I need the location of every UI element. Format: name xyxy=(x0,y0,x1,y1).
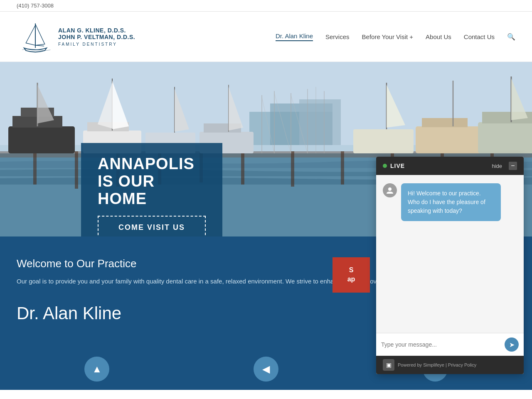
svg-rect-6 xyxy=(299,99,341,145)
top-bar: (410) 757-3008 xyxy=(0,0,532,12)
nav-item-before-visit[interactable]: Before Your Visit + xyxy=(362,33,414,40)
logo-name2: JOHN P. VELTMAN, D.D.S. xyxy=(58,34,135,40)
chat-header: LIVE hide − xyxy=(376,157,524,175)
chat-hide-button[interactable]: hide xyxy=(492,163,502,169)
live-indicator xyxy=(383,164,387,168)
chat-messages: Hi! Welcome to our practice. Who do I ha… xyxy=(376,175,524,333)
live-label: LIVE xyxy=(390,163,488,169)
chat-bubble: Hi! Welcome to our practice. Who do I ha… xyxy=(401,183,501,221)
nav-item-dr-kline[interactable]: Dr. Alan Kline xyxy=(276,32,313,41)
nav-item-about[interactable]: About Us xyxy=(426,33,451,40)
svg-rect-11 xyxy=(75,151,78,189)
nav-item-contact[interactable]: Contact Us xyxy=(464,33,495,40)
main-nav: Dr. Alan Kline Services Before Your Visi… xyxy=(276,32,515,41)
search-icon[interactable]: 🔍 xyxy=(507,33,515,41)
schedule-text: Sap xyxy=(340,266,362,284)
icon-circle-1[interactable]: ▲ xyxy=(84,357,109,382)
svg-rect-17 xyxy=(341,151,344,185)
svg-rect-35 xyxy=(416,126,482,153)
chat-input[interactable] xyxy=(381,341,501,348)
logo-name1: ALAN G. KLINE, D.D.S. xyxy=(58,27,135,34)
svg-rect-36 xyxy=(422,118,468,127)
hero-cta-button[interactable]: COME VISIT US xyxy=(98,216,206,236)
hero-heading: ANNAPOLIS IS OUR HOME xyxy=(98,155,206,207)
chat-avatar xyxy=(383,183,397,197)
chat-send-button[interactable]: ➤ xyxy=(505,337,519,352)
svg-line-1 xyxy=(35,45,44,46)
chat-message-row: Hi! Welcome to our practice. Who do I ha… xyxy=(383,183,517,221)
svg-rect-16 xyxy=(291,151,294,187)
logo-area: ALAN G. KLINE, D.D.S. JOHN P. VELTMAN, D… xyxy=(17,16,135,57)
chat-footer-logo: ▣ xyxy=(383,359,394,371)
chat-widget: LIVE hide − Hi! Welcome to our practice.… xyxy=(376,157,524,374)
avatar-icon xyxy=(386,186,394,195)
svg-rect-21 xyxy=(8,126,75,153)
logo-subtitle: FAMILY DENTISTRY xyxy=(58,42,135,47)
logo-text: ALAN G. KLINE, D.D.S. JOHN P. VELTMAN, D… xyxy=(58,27,135,47)
svg-rect-15 xyxy=(241,151,244,185)
chat-minimize-button[interactable]: − xyxy=(509,162,517,170)
svg-rect-10 xyxy=(33,151,37,185)
svg-point-50 xyxy=(388,187,392,191)
header: ALAN G. KLINE, D.D.S. JOHN P. VELTMAN, D… xyxy=(0,12,532,62)
phone-number: (410) 757-3008 xyxy=(17,2,54,9)
schedule-button[interactable]: Sap xyxy=(332,257,370,293)
chat-footer: ▣ Powered by Simplifeye | Privacy Policy xyxy=(376,356,524,374)
svg-rect-33 xyxy=(353,129,414,153)
hero-overlay: ANNAPOLIS IS OUR HOME COME VISIT US xyxy=(81,143,222,236)
logo-icon xyxy=(17,16,54,57)
svg-rect-38 xyxy=(478,122,532,153)
chat-input-area: ➤ xyxy=(376,333,524,356)
send-arrow-icon: ➤ xyxy=(509,341,515,349)
chat-footer-text: Powered by Simplifeye | Privacy Policy xyxy=(398,362,517,367)
icon-circle-2[interactable]: ◀ xyxy=(254,357,278,382)
nav-item-services[interactable]: Services xyxy=(325,33,350,40)
